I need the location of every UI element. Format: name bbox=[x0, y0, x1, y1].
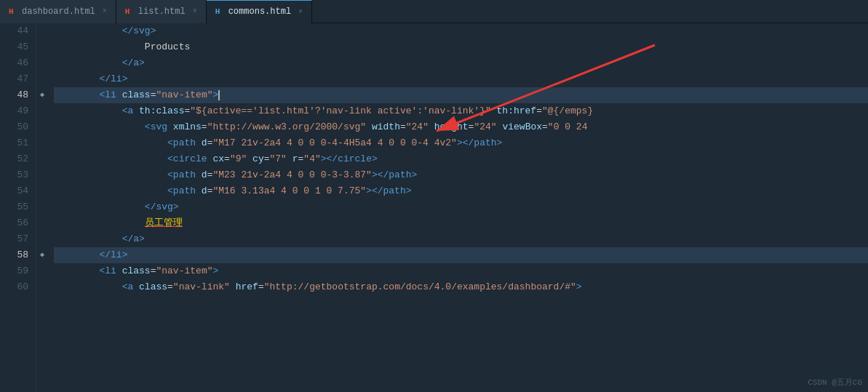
linenum-50: 50 bbox=[0, 119, 28, 135]
tab-label-dashboard: dashboard.html bbox=[22, 7, 95, 17]
tab-icon-list: H bbox=[125, 7, 134, 16]
tab-dashboard[interactable]: H dashboard.html × bbox=[0, 0, 116, 23]
watermark: CSDN @五月CG bbox=[808, 377, 862, 388]
fold-47 bbox=[36, 71, 48, 87]
fold-48[interactable]: ◆ bbox=[36, 87, 48, 103]
linenum-58: 58 bbox=[0, 247, 28, 263]
code-line-45: Products bbox=[54, 39, 868, 55]
fold-58[interactable]: ◆ bbox=[36, 247, 48, 263]
code-line-52: <circle cx="9" cy="7" r="4"></circle> bbox=[54, 151, 868, 167]
linenum-46: 46 bbox=[0, 55, 28, 71]
fold-49 bbox=[36, 103, 48, 119]
linenum-48: 48 bbox=[0, 87, 28, 103]
code-line-56: 员工管理 bbox=[54, 215, 868, 231]
code-line-53: <path d="M23 21v-2a4 4 0 0 0-3-3.87"></p… bbox=[54, 167, 868, 183]
tab-icon-commons: H bbox=[215, 7, 224, 16]
fold-45 bbox=[36, 39, 48, 55]
code-line-54: <path d="M16 3.13a4 4 0 0 1 0 7.75"></pa… bbox=[54, 183, 868, 199]
fold-52 bbox=[36, 151, 48, 167]
code-line-46: </a> bbox=[54, 55, 868, 71]
tab-close-dashboard[interactable]: × bbox=[103, 7, 107, 15]
tab-icon-dashboard: H bbox=[9, 7, 17, 16]
linenum-60: 60 bbox=[0, 279, 28, 295]
line-number-gutter: 44 45 46 47 48 49 50 51 52 53 54 55 56 5… bbox=[0, 23, 36, 392]
fold-44 bbox=[36, 23, 48, 39]
editor: 44 45 46 47 48 49 50 51 52 53 54 55 56 5… bbox=[0, 23, 868, 392]
code-line-57: </a> bbox=[54, 231, 868, 247]
tab-commons[interactable]: H commons.html × bbox=[207, 0, 312, 23]
code-line-47: </li> bbox=[54, 71, 868, 87]
linenum-55: 55 bbox=[0, 199, 28, 215]
linenum-53: 53 bbox=[0, 167, 28, 183]
fold-51 bbox=[36, 135, 48, 151]
linenum-47: 47 bbox=[0, 71, 28, 87]
tab-list[interactable]: H list.html × bbox=[116, 0, 207, 23]
linenum-44: 44 bbox=[0, 23, 28, 39]
linenum-59: 59 bbox=[0, 263, 28, 279]
tab-label-commons: commons.html bbox=[228, 7, 291, 17]
fold-53 bbox=[36, 167, 48, 183]
fold-50 bbox=[36, 119, 48, 135]
code-content[interactable]: </svg> Products </a> </li> <li class="na… bbox=[48, 23, 868, 392]
fold-gutter: ◆ ◆ bbox=[36, 23, 48, 392]
code-line-60: <a class="nav-link" href="http://getboot… bbox=[54, 279, 868, 295]
fold-55 bbox=[36, 199, 48, 215]
tab-label-list: list.html bbox=[138, 7, 186, 17]
fold-60 bbox=[36, 279, 48, 295]
code-line-44: </svg> bbox=[54, 23, 868, 39]
code-line-55: </svg> bbox=[54, 199, 868, 215]
fold-54 bbox=[36, 183, 48, 199]
code-line-50: <svg xmlns="http://www.w3.org/2000/svg" … bbox=[54, 119, 868, 135]
linenum-45: 45 bbox=[0, 39, 28, 55]
linenum-56: 56 bbox=[0, 215, 28, 231]
code-line-49: <a th:class="${active=='list.html'?'nav-… bbox=[54, 103, 868, 119]
tab-close-commons[interactable]: × bbox=[298, 8, 303, 16]
tab-close-list[interactable]: × bbox=[193, 7, 197, 15]
fold-56 bbox=[36, 215, 48, 231]
linenum-52: 52 bbox=[0, 151, 28, 167]
fold-57 bbox=[36, 231, 48, 247]
linenum-54: 54 bbox=[0, 183, 28, 199]
linenum-51: 51 bbox=[0, 135, 28, 151]
fold-59 bbox=[36, 263, 48, 279]
code-line-58: </li> bbox=[54, 247, 868, 263]
fold-46 bbox=[36, 55, 48, 71]
code-line-51: <path d="M17 21v-2a4 4 0 0 0-4-4H5a4 4 0… bbox=[54, 135, 868, 151]
tab-bar: H dashboard.html × H list.html × H commo… bbox=[0, 0, 868, 23]
code-line-59: <li class="nav-item"> bbox=[54, 263, 868, 279]
linenum-49: 49 bbox=[0, 103, 28, 119]
code-line-48: <li class="nav-item"> bbox=[54, 87, 868, 103]
linenum-57: 57 bbox=[0, 231, 28, 247]
